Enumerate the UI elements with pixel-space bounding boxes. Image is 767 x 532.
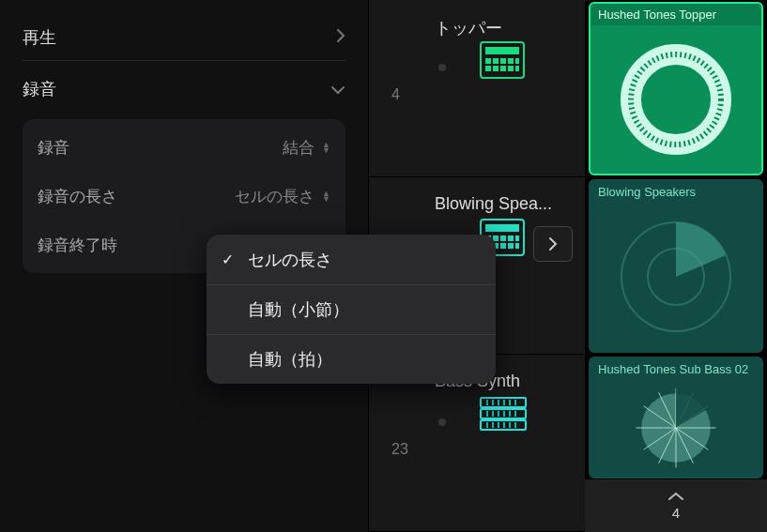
svg-rect-7	[485, 66, 491, 71]
svg-rect-23	[515, 243, 519, 249]
cells-column: Hushed Tones Topper Blowing Speakers Hus…	[585, 0, 767, 532]
track-expand-button[interactable]	[533, 226, 573, 262]
popup-option-label: セルの長さ	[248, 249, 332, 271]
popup-option-label: 自動（小節）	[248, 298, 349, 321]
svg-rect-2	[485, 58, 491, 64]
track-indicator-dot	[438, 64, 446, 71]
setting-label: 録音終了時	[38, 235, 117, 256]
setting-value-text: 結合	[283, 137, 314, 159]
record-section-header[interactable]: 録音	[23, 68, 345, 110]
svg-rect-3	[493, 58, 499, 64]
playback-section-header[interactable]: 再生	[23, 17, 345, 58]
svg-rect-10	[508, 66, 514, 71]
waveform-icon	[591, 24, 761, 174]
svg-rect-16	[500, 236, 506, 241]
popup-option-auto-bars[interactable]: 自動（小節）	[207, 284, 496, 334]
setting-label: 録音	[38, 137, 69, 159]
cell[interactable]: Blowing Speakers	[589, 179, 763, 353]
record-label: 録音	[23, 78, 56, 100]
scene-number: 4	[672, 505, 680, 521]
setting-record-length[interactable]: 録音の長さ セルの長さ ▲▼	[38, 172, 330, 220]
radial-progress-icon	[591, 202, 761, 351]
svg-rect-4	[500, 58, 506, 64]
track-name: トッパー	[435, 17, 576, 39]
svg-rect-5	[508, 58, 514, 64]
scene-selector[interactable]: 4	[585, 479, 767, 532]
svg-rect-9	[500, 66, 506, 71]
playback-label: 再生	[23, 26, 56, 49]
stepper-icon: ▲▼	[322, 190, 330, 202]
track-number: 23	[391, 441, 408, 458]
chevron-right-icon	[336, 28, 345, 48]
radial-waveform-icon	[591, 379, 761, 477]
divider	[23, 60, 345, 61]
cell[interactable]: Hushed Tones Topper	[589, 2, 763, 175]
svg-point-45	[631, 54, 721, 144]
synth-rack-icon	[480, 396, 525, 433]
setting-value-text: セルの長さ	[235, 186, 314, 207]
svg-rect-11	[515, 66, 519, 71]
track-row[interactable]: トッパー 4	[369, 0, 586, 177]
setting-value: 結合 ▲▼	[283, 137, 330, 159]
track-indicator-dot	[438, 418, 446, 426]
setting-value: セルの長さ ▲▼	[235, 186, 330, 207]
chevron-up-icon	[667, 492, 685, 501]
cell-title: Hushed Tones Topper	[591, 4, 761, 25]
stepper-icon: ▲▼	[322, 142, 330, 153]
chevron-right-icon	[548, 236, 558, 251]
svg-rect-17	[508, 236, 514, 241]
popup-option-label: 自動（拍）	[248, 348, 332, 371]
track-number: 4	[391, 86, 400, 103]
record-length-popup: セルの長さ 自動（小節） 自動（拍）	[207, 235, 496, 384]
popup-option-cell-length[interactable]: セルの長さ	[207, 235, 496, 284]
cell[interactable]: Hushed Tones Sub Bass 02	[589, 357, 763, 479]
svg-rect-13	[485, 224, 519, 232]
svg-rect-22	[508, 243, 514, 249]
setting-record-mode[interactable]: 録音 結合 ▲▼	[38, 123, 330, 172]
svg-rect-6	[515, 58, 519, 64]
chevron-down-icon	[330, 80, 345, 99]
svg-rect-18	[515, 236, 519, 241]
svg-rect-8	[493, 66, 499, 71]
cell-title: Blowing Speakers	[591, 181, 761, 203]
drum-machine-icon	[480, 41, 525, 79]
track-name: Blowing Spea...	[435, 194, 576, 214]
setting-label: 録音の長さ	[38, 186, 117, 207]
popup-option-auto-beats[interactable]: 自動（拍）	[207, 334, 496, 384]
svg-rect-21	[500, 243, 506, 249]
svg-rect-1	[485, 47, 519, 54]
